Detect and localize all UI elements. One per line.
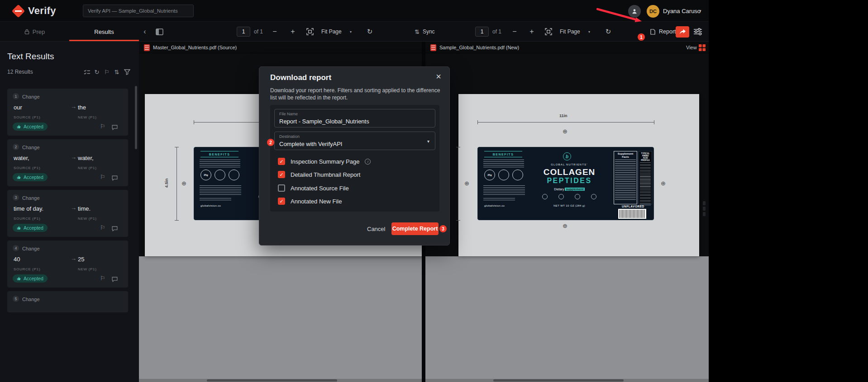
info-icon[interactable]: i	[365, 159, 371, 165]
label-flavor: UNFLAVORED	[622, 205, 653, 208]
modal-title: Download report	[270, 73, 331, 82]
results-sidebar: Text Results 12 Results ↻ ⚐ ⇅ 1 Change o…	[0, 42, 139, 382]
flag-icon[interactable]: ⚐	[100, 123, 105, 130]
sync-label: Sync	[423, 28, 435, 35]
tab-prep[interactable]: Prep	[0, 22, 69, 42]
report-button[interactable]: Report	[650, 22, 676, 42]
option-detailed-thumbnail: ✓ Detailed Thumbnail Report	[278, 171, 360, 178]
user-avatar[interactable]: DC	[647, 5, 659, 18]
view-grid-icon[interactable]	[699, 44, 706, 53]
left-fit-icon[interactable]	[304, 22, 316, 42]
new-viewer-panel: Sample_Global_Nutrients.pdf (New) View 1…	[425, 42, 709, 382]
new-label: NEW (P1)	[78, 166, 97, 170]
accepted-status-badge[interactable]: Accepted	[13, 123, 48, 131]
source-filename: Master_Global_Nutrients.pdf (Source)	[153, 45, 237, 50]
width-dimension-line	[477, 122, 654, 123]
result-card-1[interactable]: 1 Change our → the SOURCE (P1) NEW (P1) …	[7, 89, 128, 136]
text-lines-decoration	[200, 185, 241, 195]
checklist-icon[interactable]	[83, 68, 91, 76]
horizontal-scrollbar[interactable]	[139, 379, 422, 382]
checkbox-unchecked[interactable]	[278, 184, 285, 192]
right-fit-mode-dropdown[interactable]: Fit Page	[560, 22, 580, 42]
registration-crosshair-icon: ⊕	[661, 180, 666, 186]
flag-icon[interactable]: ⚐	[103, 68, 111, 76]
checkbox-checked[interactable]: ✓	[278, 198, 285, 205]
left-zoom-in-button[interactable]: +	[288, 22, 298, 42]
file-name-field[interactable]: File Name	[274, 109, 435, 127]
thumbs-up-icon	[17, 226, 21, 230]
result-card-4[interactable]: 4 Change 40 → 25 SOURCE (P1) NEW (P1) Ac…	[7, 241, 128, 288]
report-options-box: File Name Destination Complete with Veri…	[270, 105, 439, 212]
checkbox-checked[interactable]: ✓	[278, 171, 285, 178]
result-card-2[interactable]: 2 Change water, → water, SOURCE (P1) NEW…	[7, 139, 128, 186]
right-zoom-in-button[interactable]: +	[527, 22, 537, 42]
label-product-line1: COLLAGEN	[529, 167, 610, 177]
left-page-number-input[interactable]	[237, 27, 250, 37]
destination-select[interactable]: Destination Complete with VerifyAPI ▾	[274, 132, 435, 150]
tab-results-label: Results	[94, 28, 114, 35]
label-badge	[498, 170, 509, 180]
cancel-button[interactable]: Cancel	[367, 226, 385, 232]
checkbox-checked[interactable]: ✓	[278, 158, 285, 165]
result-card-3[interactable]: 3 Change time of day. → time. SOURCE (P1…	[7, 190, 128, 237]
tab-results[interactable]: Results	[69, 22, 139, 42]
left-rotate-icon[interactable]: ↻	[365, 22, 375, 42]
flag-icon[interactable]: ⚐	[100, 174, 105, 180]
report-label: Report	[659, 28, 676, 35]
text-lines-decoration	[483, 185, 525, 195]
complete-report-button[interactable]: Complete Report	[391, 222, 439, 235]
height-dimension-line	[176, 147, 177, 220]
accepted-status-badge[interactable]: Accepted	[13, 173, 48, 181]
flag-icon[interactable]: ⚐	[100, 275, 105, 282]
share-button[interactable]	[676, 26, 689, 38]
flag-icon[interactable]: ⚐	[100, 224, 105, 231]
result-type: Change	[22, 94, 40, 99]
change-arrow-icon: →	[71, 103, 76, 110]
new-viewer-header: Sample_Global_Nutrients.pdf (New) View	[425, 42, 709, 53]
option-label: Annotated New File	[291, 198, 342, 205]
sort-icon[interactable]: ⇅	[113, 68, 121, 76]
active-tab-underline	[69, 40, 139, 41]
result-type: Change	[22, 195, 40, 201]
left-zoom-out-button[interactable]: −	[270, 22, 280, 42]
status-label: Accepted	[24, 124, 43, 129]
filter-icon[interactable]	[123, 68, 131, 76]
result-number-badge: 1	[13, 93, 19, 99]
comment-icon[interactable]	[112, 225, 118, 233]
right-page-number-input[interactable]	[475, 27, 489, 37]
left-fit-mode-dropdown[interactable]: Fit Page	[321, 22, 342, 42]
accepted-status-badge[interactable]: Accepted	[13, 224, 48, 232]
right-fit-icon[interactable]	[543, 22, 554, 42]
user-name[interactable]: Dyana Caruso	[663, 8, 701, 14]
new-viewer-canvas[interactable]: 11in 4.5in ⊕ ⊕ ⊕ ⊕ BENEFITS 25g globalvi…	[425, 53, 709, 382]
user-menu-chevron-down-icon[interactable]: ▾	[699, 9, 701, 13]
refresh-icon[interactable]: ↻	[93, 68, 101, 76]
fit-page-icon	[306, 28, 314, 35]
horizontal-scrollbar[interactable]	[425, 379, 709, 382]
result-card-5[interactable]: 5 Change	[7, 291, 128, 312]
dimension-tick	[456, 147, 460, 147]
right-zoom-out-button[interactable]: −	[510, 22, 520, 42]
panel-layout-toggle[interactable]	[154, 22, 165, 42]
accepted-status-badge[interactable]: Accepted	[13, 274, 48, 283]
chevron-down-icon[interactable]: ▾	[427, 139, 429, 144]
collapse-sidebar-chevron-left-icon[interactable]: ‹	[140, 22, 149, 42]
document-title-input[interactable]	[83, 5, 194, 17]
option-label: Detailed Thumbnail Report	[291, 171, 360, 178]
comment-icon[interactable]	[112, 174, 118, 183]
source-label: SOURCE (P1)	[14, 166, 40, 170]
text-lines-decoration	[200, 160, 240, 167]
sync-toggle[interactable]: ⇅ Sync	[415, 22, 435, 42]
label-net-weight: NET WT 10 OZ (284 g)	[529, 204, 610, 207]
comment-icon[interactable]	[112, 124, 118, 132]
source-text: our	[14, 104, 22, 111]
comment-icon[interactable]	[112, 276, 118, 284]
option-label: Inspection Summary Page	[291, 158, 359, 165]
sidebar-scrollbar-thumb[interactable]	[135, 86, 137, 149]
left-fit-chevron-down-icon[interactable]: ▾	[348, 22, 354, 42]
vertical-scrollbar-thumb[interactable]	[703, 201, 706, 217]
file-name-input[interactable]	[279, 118, 424, 125]
result-type: Change	[22, 297, 40, 302]
close-icon[interactable]: ×	[436, 71, 441, 82]
view-settings-button[interactable]	[693, 28, 702, 37]
